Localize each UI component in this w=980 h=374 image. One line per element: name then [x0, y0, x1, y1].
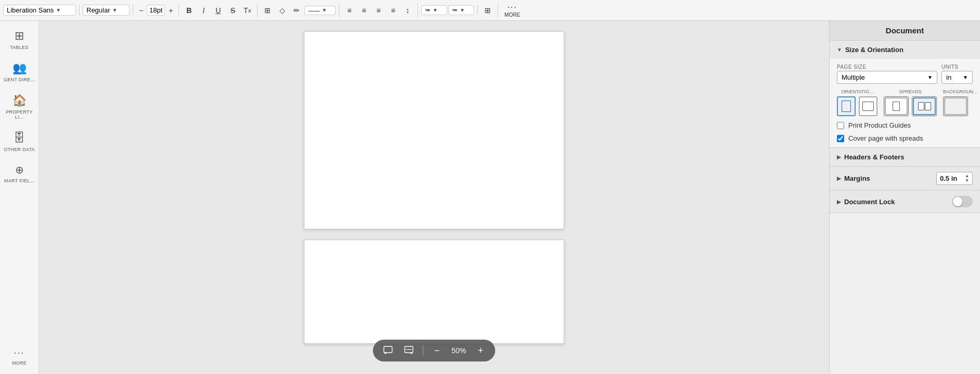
- font-name-arrow: ▼: [56, 7, 61, 13]
- orientations-label: ORIENTATIO...: [841, 89, 873, 94]
- sidebar-item-property-li[interactable]: 🏠 PROPERTY LI...: [2, 91, 37, 123]
- margins-value-box[interactable]: 0.5 in ▲ ▼: [936, 172, 973, 185]
- bold-button[interactable]: B: [182, 4, 196, 17]
- single-spread-icon-box: [885, 97, 908, 115]
- page-size-value: Multiple: [842, 73, 865, 81]
- spreads-group: SPREADS: [884, 89, 937, 116]
- zoom-in-button[interactable]: +: [474, 343, 488, 358]
- sidebar-item-smart-field[interactable]: ⊕ MART FIEL...: [2, 160, 37, 186]
- text-box-button[interactable]: ⊞: [261, 4, 274, 17]
- print-guides-label: Print Product Guides: [848, 121, 911, 129]
- units-value: in: [946, 73, 951, 81]
- property-li-icon: 🏠: [12, 94, 27, 107]
- units-select[interactable]: in ▼: [941, 71, 973, 84]
- more-button[interactable]: ··· MORE: [501, 2, 523, 19]
- headers-footers-arrow-icon: ▶: [837, 154, 841, 160]
- comment-icon-button[interactable]: [380, 343, 396, 358]
- text-format-group: B I U S Tx: [182, 4, 258, 17]
- agent-dir-label: GENT DIRE...: [4, 77, 35, 82]
- font-size-decrease[interactable]: −: [136, 5, 146, 16]
- sidebar-item-other-data[interactable]: 🗄 OTHER DATA: [2, 128, 37, 155]
- font-style-select[interactable]: Regular ▼: [83, 5, 130, 16]
- size-orientation-section: ▼ Size & Orientation PAGE SIZE Multiple …: [830, 41, 980, 148]
- background-button[interactable]: [943, 96, 968, 116]
- bullet-list-select[interactable]: ≔ ▼: [421, 5, 447, 15]
- more-group: ··· MORE: [501, 2, 526, 19]
- size-orientation-header[interactable]: ▼ Size & Orientation: [830, 41, 980, 59]
- align-center-button[interactable]: ≡: [357, 4, 371, 17]
- headers-footers-header[interactable]: ▶ Headers & Footers: [830, 148, 980, 166]
- single-spread-button[interactable]: [884, 96, 909, 116]
- margins-stepper: ▲ ▼: [965, 174, 969, 183]
- portrait-orientation-button[interactable]: [837, 96, 856, 116]
- zoom-out-button[interactable]: −: [430, 343, 444, 358]
- toolbar: Liberation Sans ▼ Regular ▼ − 18pt + B I…: [0, 0, 980, 21]
- double-spread-button[interactable]: [912, 96, 937, 116]
- other-data-icon: 🗄: [14, 131, 25, 145]
- margins-value: 0.5 in: [940, 174, 957, 182]
- number-list-select[interactable]: ≔ ▼: [448, 5, 474, 15]
- margins-label: Margins: [844, 174, 870, 182]
- align-justify-button[interactable]: ≡: [386, 4, 400, 17]
- page-size-arrow-icon: ▼: [927, 74, 933, 80]
- line-spacing-button[interactable]: ↕: [401, 4, 414, 17]
- cover-page-checkbox[interactable]: [837, 135, 844, 142]
- page-size-select[interactable]: Multiple ▼: [837, 71, 937, 84]
- background-icon-box: [944, 97, 967, 115]
- background-label: BACKGROUN...: [943, 89, 977, 94]
- margins-up-icon[interactable]: ▲: [965, 174, 969, 178]
- strikethrough-button[interactable]: S: [226, 4, 239, 17]
- sidebar-more[interactable]: ··· MORE: [2, 344, 37, 369]
- align-left-button[interactable]: ≡: [342, 4, 356, 17]
- units-arrow-icon: ▼: [963, 74, 968, 80]
- double-spread-icon: [918, 102, 931, 110]
- margins-down-icon[interactable]: ▼: [965, 179, 969, 183]
- page-canvas-2: [304, 240, 564, 344]
- line-style-select[interactable]: —— ▼: [304, 6, 336, 15]
- italic-button[interactable]: I: [197, 4, 210, 17]
- spreads-icons: [884, 96, 937, 116]
- font-size-increase[interactable]: +: [166, 5, 175, 16]
- background-group: BACKGROUN...: [943, 89, 977, 116]
- cover-page-row: Cover page with spreads: [837, 134, 973, 142]
- superscript-button[interactable]: Tx: [240, 4, 254, 17]
- panel-title: Document: [830, 21, 980, 41]
- chat-icon-button[interactable]: [401, 343, 417, 358]
- print-guides-row: Print Product Guides: [837, 121, 973, 129]
- sidebar-item-tables[interactable]: ⊞ TABLES: [2, 26, 37, 53]
- property-li-label: PROPERTY LI...: [4, 109, 35, 120]
- size-orientation-body: PAGE SIZE Multiple ▼ UNITS in ▼: [830, 59, 980, 147]
- zoom-bar: − 50% +: [373, 340, 495, 361]
- landscape-orientation-button[interactable]: [859, 96, 877, 116]
- svg-point-4: [410, 349, 411, 350]
- font-style-value: Regular: [86, 6, 110, 14]
- margins-section: ▶ Margins 0.5 in ▲ ▼: [830, 167, 980, 191]
- markup-button[interactable]: ✏: [290, 4, 303, 17]
- page-size-label: PAGE SIZE: [837, 64, 937, 70]
- highlight-button[interactable]: ◇: [275, 4, 289, 17]
- document-lock-section: ▶ Document Lock: [830, 191, 980, 213]
- cover-page-label: Cover page with spreads: [848, 134, 923, 142]
- font-size-value[interactable]: 18pt: [147, 5, 165, 16]
- alignment-group: ≡ ≡ ≡ ≡ ↕: [342, 4, 418, 17]
- font-name-select[interactable]: Liberation Sans ▼: [3, 5, 76, 16]
- canvas-area[interactable]: − 50% +: [39, 21, 829, 374]
- list-group: ≔ ▼ ≔ ▼: [421, 5, 478, 15]
- zoom-value: 50%: [450, 346, 468, 355]
- sidebar-item-agent-dir[interactable]: 👥 GENT DIRE...: [2, 58, 37, 85]
- insert-table-button[interactable]: ⊞: [481, 4, 494, 17]
- align-right-button[interactable]: ≡: [372, 4, 385, 17]
- font-size-group: − 18pt +: [136, 5, 179, 16]
- document-lock-header[interactable]: ▶ Document Lock: [830, 191, 980, 213]
- svg-rect-0: [384, 346, 392, 353]
- font-name-value: Liberation Sans: [7, 6, 54, 14]
- portrait-icon: [842, 101, 851, 112]
- double-spread-icon-box: [913, 97, 936, 115]
- margins-header[interactable]: ▶ Margins 0.5 in ▲ ▼: [830, 167, 980, 190]
- underline-button[interactable]: U: [211, 4, 225, 17]
- page-canvas-1: [304, 31, 564, 229]
- print-guides-checkbox[interactable]: [837, 122, 844, 129]
- units-label: UNITS: [941, 64, 973, 70]
- headers-footers-label: Headers & Footers: [844, 153, 905, 161]
- document-lock-toggle[interactable]: [952, 196, 973, 207]
